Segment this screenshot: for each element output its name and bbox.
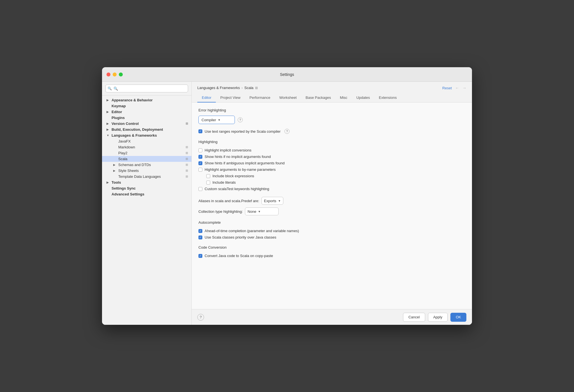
sidebar-items: ▶ Appearance & Behavior Keymap ▶ Editor … <box>102 95 191 325</box>
no-implicit-args-checkbox[interactable] <box>198 155 202 159</box>
block-expr-row: Include block expressions <box>198 173 465 179</box>
aliases-label: Aliases in scala and scala.Predef are: <box>198 199 259 203</box>
footer: ? Cancel Apply OK <box>192 309 472 325</box>
collection-dropdown[interactable]: None ▼ <box>245 207 279 215</box>
sidebar-item-javafx[interactable]: JavaFX <box>102 138 191 144</box>
settings-icon: ⊞ <box>186 175 188 178</box>
ambiguous-args-row: Show hints if ambiguous implicit argumen… <box>198 160 465 166</box>
sidebar-item-label: Plugins <box>112 116 125 120</box>
settings-icon: ⊞ <box>186 169 188 172</box>
minimize-button[interactable] <box>113 73 117 76</box>
traffic-lights <box>107 73 123 76</box>
tab-project-view[interactable]: Project View <box>216 93 245 102</box>
ok-button[interactable]: OK <box>450 313 466 322</box>
sidebar-item-label: Keymap <box>112 104 126 108</box>
sidebar-item-schemas[interactable]: ▶ Schemas and DTDs ⊞ <box>102 162 191 168</box>
chevron-right-icon: ▶ <box>113 169 117 172</box>
sidebar-item-label: Build, Execution, Deployment <box>112 127 163 132</box>
breadcrumb-parent: Languages & Frameworks <box>197 86 240 90</box>
footer-left: ? <box>197 314 204 321</box>
sidebar-item-advanced[interactable]: Advanced Settings <box>102 191 191 197</box>
settings-icon: ⊞ <box>186 122 188 125</box>
literals-checkbox[interactable] <box>206 181 210 185</box>
aliases-dropdown[interactable]: Exports ▼ <box>261 197 283 205</box>
back-arrow-icon[interactable]: ← <box>455 86 459 90</box>
use-text-ranges-checkbox[interactable] <box>198 129 202 133</box>
literals-row: Include literals <box>198 179 465 185</box>
sidebar-item-keymap[interactable]: Keymap <box>102 103 191 109</box>
chevron-right-icon: ▶ <box>107 99 110 102</box>
sidebar-item-label: Scala <box>118 157 128 161</box>
close-button[interactable] <box>107 73 110 76</box>
tabs: Editor Project View Performance Workshee… <box>197 93 466 102</box>
apply-button[interactable]: Apply <box>428 313 448 322</box>
chevron-right-icon: ▶ <box>107 181 110 184</box>
compiler-dropdown-row: Compiler ▼ ? <box>198 116 465 124</box>
settings-icon: ⊞ <box>186 151 188 155</box>
by-name-label: Highlight arguments to by-name parameter… <box>205 167 276 172</box>
implicit-conv-checkbox[interactable] <box>198 148 202 152</box>
block-expr-checkbox[interactable] <box>206 174 210 178</box>
breadcrumb-edit-icon: ⊞ <box>255 86 258 90</box>
tab-base-packages[interactable]: Base Packages <box>301 93 335 102</box>
sidebar-item-label: Advanced Settings <box>112 192 144 196</box>
settings-icon: ⊞ <box>186 163 188 167</box>
sidebar-item-template[interactable]: Template Data Languages ⊞ <box>102 174 191 179</box>
header-right: Reset ← → <box>442 86 466 90</box>
convert-java-checkbox[interactable] <box>198 254 202 258</box>
dropdown-arrow-icon: ▼ <box>258 210 261 213</box>
sidebar-item-settings-sync[interactable]: Settings Sync <box>102 185 191 191</box>
aliases-row: Aliases in scala and scala.Predef are: E… <box>198 197 465 205</box>
sidebar-item-scala[interactable]: Scala ⊞ <box>102 156 191 162</box>
scala-priority-label: Use Scala classes priority over Java cla… <box>205 235 276 239</box>
sidebar-item-version-control[interactable]: ▶ Version Control ⊞ <box>102 121 191 127</box>
sidebar-item-label: Settings Sync <box>112 186 136 190</box>
scala-priority-checkbox[interactable] <box>198 235 202 239</box>
by-name-checkbox[interactable] <box>198 168 202 172</box>
search-bar: 🔍 <box>102 82 191 95</box>
tab-updates[interactable]: Updates <box>352 93 374 102</box>
scalatest-row: Custom scalaTest keywords highlighting <box>198 186 465 192</box>
sidebar-item-editor[interactable]: ▶ Editor <box>102 109 191 115</box>
tab-extensions[interactable]: Extensions <box>374 93 401 102</box>
breadcrumb-separator: › <box>242 86 243 90</box>
panel-body: Error highlighting Compiler ▼ ? Use text… <box>192 102 472 309</box>
sidebar-item-markdown[interactable]: Markdown ⊞ <box>102 144 191 150</box>
sidebar-item-label: Languages & Frameworks <box>112 133 157 137</box>
help-icon-text-ranges[interactable]: ? <box>284 129 290 134</box>
block-expr-label: Include block expressions <box>212 174 254 178</box>
help-icon-compiler[interactable]: ? <box>238 117 243 122</box>
ambiguous-args-checkbox[interactable] <box>198 161 202 165</box>
search-input[interactable] <box>105 85 188 92</box>
literals-label: Include literals <box>212 180 236 185</box>
dropdown-arrow-icon: ▼ <box>218 118 221 122</box>
sidebar-item-play2[interactable]: Play2 ⊞ <box>102 150 191 156</box>
footer-right: Cancel Apply OK <box>403 313 466 322</box>
implicit-conv-row: Highlight implicit conversions <box>198 147 465 153</box>
tab-misc[interactable]: Misc <box>335 93 352 102</box>
tab-worksheet[interactable]: Worksheet <box>275 93 301 102</box>
tab-editor[interactable]: Editor <box>197 93 216 102</box>
sidebar-item-label: Appearance & Behavior <box>112 98 153 102</box>
tab-performance[interactable]: Performance <box>245 93 275 102</box>
compiler-dropdown[interactable]: Compiler ▼ <box>198 116 235 124</box>
ahead-of-time-checkbox[interactable] <box>198 229 202 233</box>
sidebar-item-build[interactable]: ▶ Build, Execution, Deployment <box>102 127 191 132</box>
scalatest-checkbox[interactable] <box>198 187 202 191</box>
sidebar-item-label: Play2 <box>118 151 128 155</box>
sidebar-item-tools[interactable]: ▶ Tools <box>102 179 191 185</box>
sidebar-item-languages[interactable]: ▼ Languages & Frameworks <box>102 132 191 138</box>
aliases-dropdown-value: Exports <box>264 199 276 203</box>
chevron-right-icon: ▶ <box>107 122 110 125</box>
reset-button[interactable]: Reset <box>442 86 452 90</box>
cancel-button[interactable]: Cancel <box>403 313 425 322</box>
maximize-button[interactable] <box>119 73 123 76</box>
chevron-right-icon: ▶ <box>107 110 110 113</box>
sidebar-item-appearance[interactable]: ▶ Appearance & Behavior <box>102 97 191 103</box>
sidebar-item-label: Template Data Languages <box>118 174 161 179</box>
sidebar-item-label: Schemas and DTDs <box>118 163 151 167</box>
sidebar-item-stylesheets[interactable]: ▶ Style Sheets ⊞ <box>102 168 191 174</box>
help-button[interactable]: ? <box>197 314 204 321</box>
forward-arrow-icon[interactable]: → <box>462 86 466 90</box>
sidebar-item-plugins[interactable]: Plugins <box>102 115 191 121</box>
